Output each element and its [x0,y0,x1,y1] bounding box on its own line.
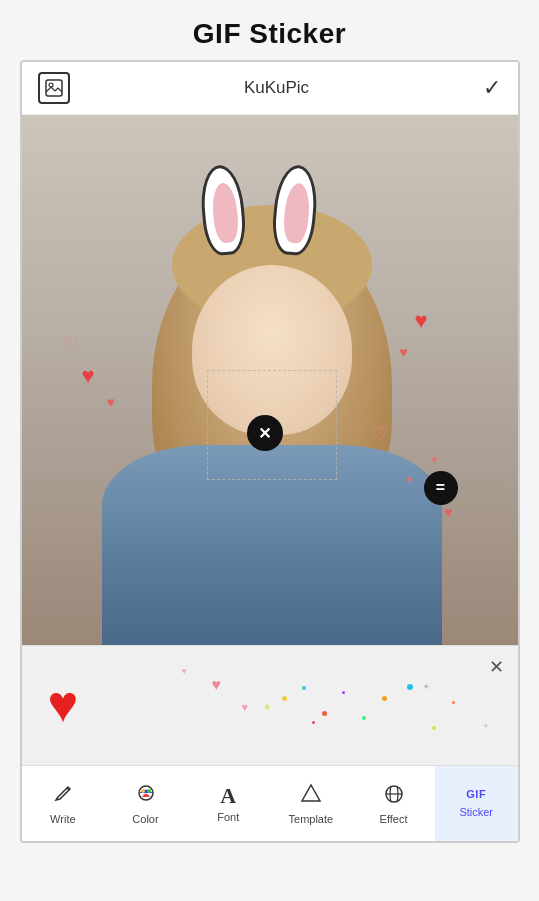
sticker-close-button[interactable]: ✕ [247,415,283,451]
bunny-ears-sticker [202,165,316,255]
dot-7 [312,721,315,724]
heart-icon-4: ♥ [414,310,427,332]
sticker-preview-area: ✕ ♥ ♥ ♥ ♥ ✦ ✦ ✦ [22,646,518,766]
toolbar: Write Color A Font [22,766,518,841]
font-tool[interactable]: A Font [187,766,270,841]
right-ear [270,163,320,256]
heart-icon-1: ♥ [82,365,95,387]
bottom-panel: ✕ ♥ ♥ ♥ ♥ ✦ ✦ ✦ [22,645,518,841]
effect-icon [383,783,405,809]
top-bar: KuKuPic ✓ [22,62,518,115]
preview-heart-sm-2: ♥ [242,701,249,713]
effect-tool[interactable]: Effect [352,766,435,841]
color-tool[interactable]: Color [104,766,187,841]
font-icon: A [220,785,236,807]
preview-heart-sm-1: ♥ [212,676,222,694]
confirm-button[interactable]: ✓ [483,75,501,101]
dot-3 [322,711,327,716]
dot-1 [282,696,287,701]
dot-10 [452,701,455,704]
heart-icon-2: ♥ [107,395,115,409]
template-label: Template [289,813,334,825]
left-ear [198,163,248,256]
preview-close-button[interactable]: ✕ [489,656,504,678]
svg-point-4 [141,789,145,793]
write-tool[interactable]: Write [22,766,105,841]
dot-5 [362,716,366,720]
heart-icon-3: ♡ [62,335,78,353]
dot-9 [432,726,436,730]
effect-label: Effect [380,813,408,825]
page-title: GIF Sticker [193,0,346,60]
heart-icon-8: ♥ [407,475,413,485]
write-label: Write [50,813,75,825]
gif-badge: GIF [466,789,486,800]
color-label: Color [132,813,158,825]
svg-rect-0 [46,80,62,96]
template-tool[interactable]: Template [270,766,353,841]
dot-8 [407,684,413,690]
dot-4 [342,691,345,694]
write-icon [52,783,74,809]
sparkle-1: ✦ [259,700,273,717]
sticker-tool[interactable]: GIF Sticker [435,766,518,841]
dot-2 [302,686,306,690]
color-icon [135,783,157,809]
heart-icon-9: ♡ [372,425,388,443]
sticker-label: Sticker [459,806,493,818]
preview-heart-sm-3: ♥ [182,666,187,676]
heart-icon-7: ♥ [444,505,452,519]
font-label: Font [217,811,239,823]
sparkle-3: ✦ [482,721,490,731]
photo-area: ✕ = ♥ ♥ ♡ ♥ ♥ ♥ ♥ ♥ ♡ [22,115,518,645]
heart-icon-6: ♥ [432,455,438,465]
dot-6 [382,696,387,701]
svg-marker-6 [302,785,320,801]
phone-frame: KuKuPic ✓ ✕ = ♥ ♥ ♡ ♥ ♥ ♥ ♥ ♥ ♡ ✕ [20,60,520,843]
heart-icon-5: ♥ [399,345,407,359]
sparkle-2: ✦ [422,681,430,692]
gallery-icon[interactable] [38,72,70,104]
template-icon [300,783,322,809]
svg-point-5 [147,789,151,793]
app-name: KuKuPic [244,78,309,98]
sticker-resize-handle[interactable]: = [424,471,458,505]
preview-heart-sticker[interactable]: ♥ [48,674,79,734]
